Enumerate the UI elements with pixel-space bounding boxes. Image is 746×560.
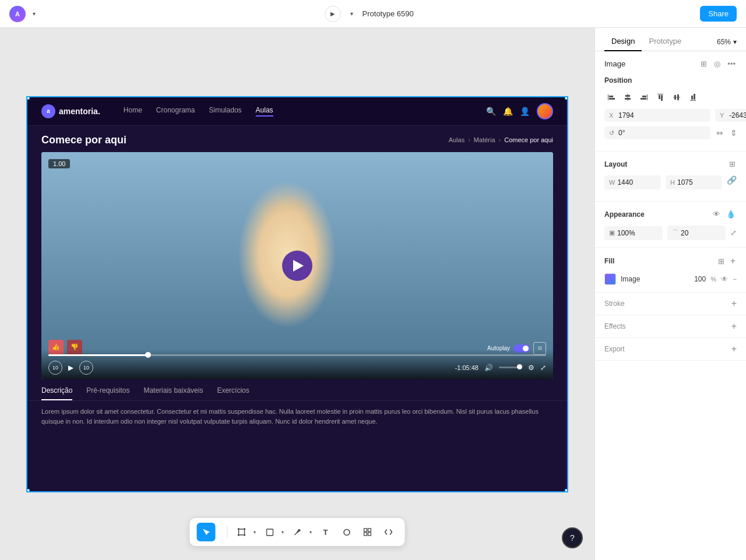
frame-tool-chevron[interactable]: ▾ <box>251 527 258 537</box>
align-icon-btn[interactable]: ◎ <box>713 58 722 69</box>
rect-tool[interactable] <box>261 523 279 541</box>
pen-tool[interactable] <box>288 523 307 541</box>
layout-expand-btn[interactable]: ⊞ <box>728 159 737 170</box>
volume-bar[interactable] <box>499 367 522 368</box>
export-section: Export + <box>595 338 746 361</box>
play-button[interactable]: ▶ <box>325 6 341 22</box>
tab-prototype[interactable]: Prototype <box>642 32 688 51</box>
svg-rect-15 <box>368 533 371 536</box>
flip-v-btn[interactable]: ⇕ <box>729 127 738 139</box>
handle-br[interactable] <box>565 489 568 492</box>
position-section: Position <box>595 69 746 152</box>
nav-link-simulados[interactable]: Simulados <box>209 106 242 117</box>
rot-input-row: ↺ ⇔ ⇕ <box>604 126 737 139</box>
align-bottom-btn[interactable] <box>686 90 700 104</box>
zoom-control[interactable]: 65% ▾ <box>717 38 737 51</box>
logo-icon: a <box>41 104 55 118</box>
fill-label: Image <box>621 275 689 283</box>
top-bar-left: A ▾ <box>9 6 38 22</box>
nav-link-home[interactable]: Home <box>124 106 142 117</box>
rewind-button[interactable]: 10 <box>48 361 62 375</box>
rot-input[interactable] <box>618 129 706 137</box>
rect-tool-chevron[interactable]: ▾ <box>279 527 286 537</box>
align-left-btn[interactable] <box>604 90 618 104</box>
export-add-btn[interactable]: + <box>731 344 737 354</box>
help-button[interactable]: ? <box>562 527 583 548</box>
play-triangle-icon <box>293 260 304 272</box>
svg-rect-29 <box>674 95 676 100</box>
play-ctrl-button[interactable]: ▶ <box>68 364 73 372</box>
effects-label: Effects <box>604 322 625 330</box>
more-icon-btn[interactable]: ••• <box>726 58 737 69</box>
code-tool[interactable] <box>379 523 398 541</box>
components-tool[interactable] <box>358 523 377 541</box>
position-header: Position <box>604 76 737 84</box>
search-icon[interactable]: 🔍 <box>486 107 496 116</box>
tab-design[interactable]: Design <box>604 32 642 51</box>
handle-tl[interactable] <box>26 96 30 100</box>
share-button[interactable]: Share <box>700 6 737 22</box>
align-middle-btn[interactable] <box>670 90 684 104</box>
appearance-drop-btn[interactable]: 💧 <box>725 209 737 220</box>
appearance-expand-btn[interactable]: ⤢ <box>730 228 737 237</box>
bottom-toolbar: ▾ ▾ <box>190 518 405 546</box>
frame-tool[interactable] <box>233 523 251 541</box>
user-avatar[interactable]: A <box>9 6 26 22</box>
stroke-section: Stroke + <box>595 293 746 315</box>
resize-icon-btn[interactable]: ⊞ <box>699 58 708 69</box>
text-tool[interactable]: T <box>316 523 335 541</box>
bell-icon[interactable]: 🔔 <box>503 107 513 116</box>
pen-tool-chevron[interactable]: ▾ <box>307 527 314 537</box>
volume-button[interactable]: 🔊 <box>484 364 493 372</box>
fill-eye-btn[interactable]: 👁 <box>721 275 728 283</box>
zoom-chevron: ▾ <box>733 38 737 46</box>
user-chevron[interactable]: ▾ <box>30 8 38 19</box>
play-overlay-button[interactable] <box>282 251 312 281</box>
corner-value: 20 <box>681 229 688 237</box>
cursor-tool[interactable] <box>197 523 216 541</box>
handle-tr[interactable] <box>565 96 568 100</box>
svg-rect-25 <box>657 94 663 94</box>
align-center-h-btn[interactable] <box>621 90 635 104</box>
nav-link-cronograma[interactable]: Cronograma <box>156 106 195 117</box>
play-chevron[interactable]: ▾ <box>348 8 356 19</box>
ellipse-tool[interactable] <box>337 523 356 541</box>
chain-icon[interactable]: 🔗 <box>727 175 737 189</box>
flip-h-btn[interactable]: ⇔ <box>715 127 724 139</box>
x-input[interactable] <box>618 111 706 119</box>
h-value: 1075 <box>677 178 717 186</box>
svg-point-11 <box>344 529 350 535</box>
effects-add-btn[interactable]: + <box>731 321 737 332</box>
fill-grid-btn[interactable]: ⊞ <box>717 255 726 267</box>
pen-tool-group: ▾ <box>288 523 314 541</box>
appearance-title: Appearance <box>604 210 645 219</box>
stroke-add-btn[interactable]: + <box>731 298 737 309</box>
h-label: H <box>670 179 675 186</box>
fill-remove-btn[interactable]: − <box>733 275 737 283</box>
tab-descricao[interactable]: Descrição <box>41 386 72 400</box>
forward-button[interactable]: 10 <box>79 361 93 375</box>
svg-rect-22 <box>647 94 648 100</box>
svg-rect-14 <box>364 533 367 536</box>
tab-exercicios[interactable]: Exercícios <box>217 386 249 400</box>
align-right-btn[interactable] <box>637 90 651 104</box>
appearance-eye-btn[interactable]: 👁 <box>712 209 722 220</box>
handle-bl[interactable] <box>26 489 30 492</box>
top-bar: A ▾ ▶ ▾ Prototype 6590 Share <box>0 0 746 28</box>
tab-materiais[interactable]: Materiais baixáveis <box>143 386 203 400</box>
user-icon[interactable]: 👤 <box>520 107 530 116</box>
progress-bar[interactable] <box>48 354 546 356</box>
fullscreen-button[interactable]: ⤢ <box>540 364 546 372</box>
nav-avatar[interactable] <box>537 103 553 119</box>
panel-item-label: Image <box>604 59 625 68</box>
fill-swatch[interactable] <box>604 273 616 285</box>
cursor-tool-chevron[interactable]: ▾ <box>216 527 223 537</box>
y-input[interactable] <box>729 111 746 119</box>
align-top-btn[interactable] <box>653 90 667 104</box>
svg-rect-13 <box>368 529 371 531</box>
rot-input-group: ↺ <box>604 126 710 139</box>
nav-link-aulas[interactable]: Aulas <box>256 106 273 117</box>
fill-add-btn[interactable]: + <box>729 255 737 267</box>
settings-button[interactable]: ⚙ <box>528 364 534 372</box>
tab-prerequisitos[interactable]: Pré-requisitos <box>86 386 129 400</box>
